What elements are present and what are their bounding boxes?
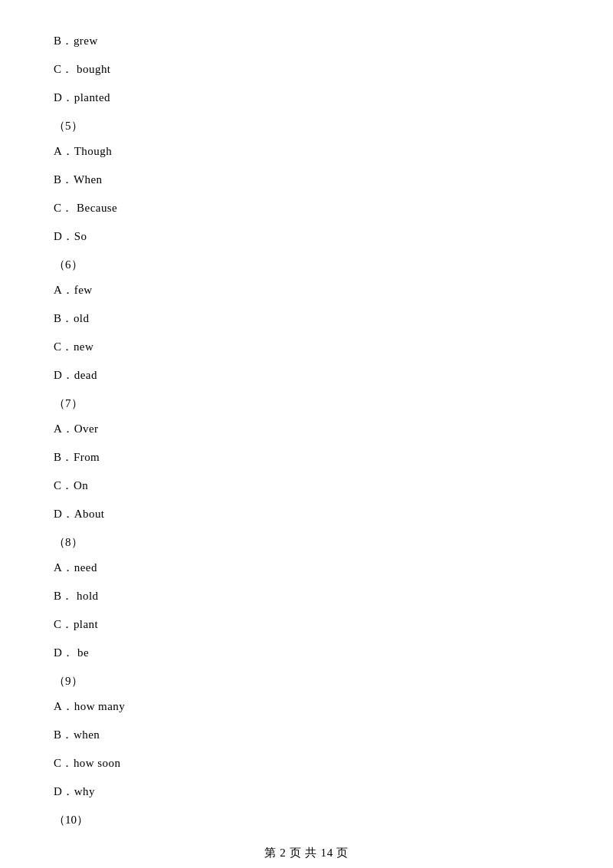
- q8-d-line: D． be: [54, 643, 559, 663]
- d-planted-line: D．planted: [54, 87, 559, 108]
- q5-label: （5）: [54, 116, 559, 136]
- q9-d-line: D．why: [54, 781, 559, 802]
- q6-a-line: A．few: [54, 280, 559, 301]
- page-content: B．grew C． bought D．planted （5） A．Though …: [54, 31, 559, 830]
- q8-label: （8）: [54, 532, 559, 553]
- q6-d-line: D．dead: [54, 365, 559, 386]
- q5-b-line: B．When: [54, 169, 559, 190]
- q7-label: （7）: [54, 393, 559, 414]
- q7-c-line: C．On: [54, 475, 559, 496]
- q8-c-line: C．plant: [54, 614, 559, 635]
- q6-c-line: C．new: [54, 337, 559, 357]
- q9-label: （9）: [54, 671, 559, 692]
- q7-a-line: A．Over: [54, 419, 559, 439]
- c-bought-line: C． bought: [54, 59, 559, 80]
- q5-c-line: C． Because: [54, 198, 559, 219]
- q8-a-line: A．need: [54, 557, 559, 578]
- q8-b-line: B． hold: [54, 586, 559, 607]
- q10-label: （10）: [54, 810, 559, 830]
- q5-a-line: A．Though: [54, 141, 559, 162]
- q5-d-line: D．So: [54, 226, 559, 247]
- q7-d-line: D．About: [54, 504, 559, 524]
- q9-a-line: A．how many: [54, 696, 559, 717]
- b-grew-line: B．grew: [54, 31, 559, 51]
- q9-c-line: C．how soon: [54, 753, 559, 774]
- q7-b-line: B．From: [54, 447, 559, 468]
- page-footer: 第 2 页 共 14 页: [54, 846, 559, 860]
- q6-b-line: B．old: [54, 308, 559, 329]
- q9-b-line: B．when: [54, 725, 559, 745]
- q6-label: （6）: [54, 255, 559, 275]
